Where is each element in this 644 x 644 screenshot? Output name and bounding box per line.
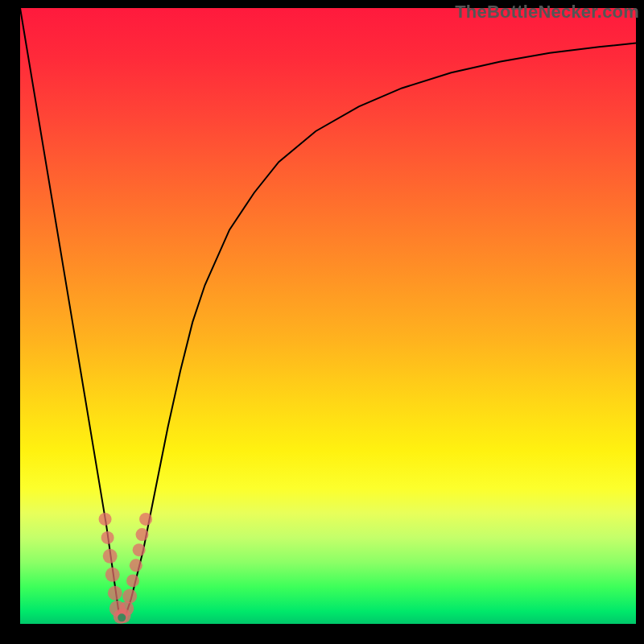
cluster-marker	[135, 528, 148, 541]
cluster-marker	[99, 513, 112, 526]
cluster-marker	[119, 601, 134, 616]
chart-frame: TheBottleNecker.com	[0, 0, 644, 644]
cluster-marker	[108, 586, 122, 601]
cluster-marker	[101, 531, 114, 544]
cluster-marker	[122, 589, 137, 604]
watermark-text: TheBottleNecker.com	[455, 2, 639, 23]
chart-svg	[20, 8, 636, 624]
cluster-marker	[130, 559, 142, 572]
cluster-marker	[103, 549, 118, 564]
cluster-marker	[133, 543, 146, 556]
plot-area	[20, 8, 636, 624]
cluster-marker	[126, 574, 139, 587]
cluster-marker	[105, 568, 120, 582]
cluster-marker	[139, 513, 152, 526]
bottleneck-curve	[20, 8, 636, 617]
min-point-marker	[118, 613, 126, 621]
